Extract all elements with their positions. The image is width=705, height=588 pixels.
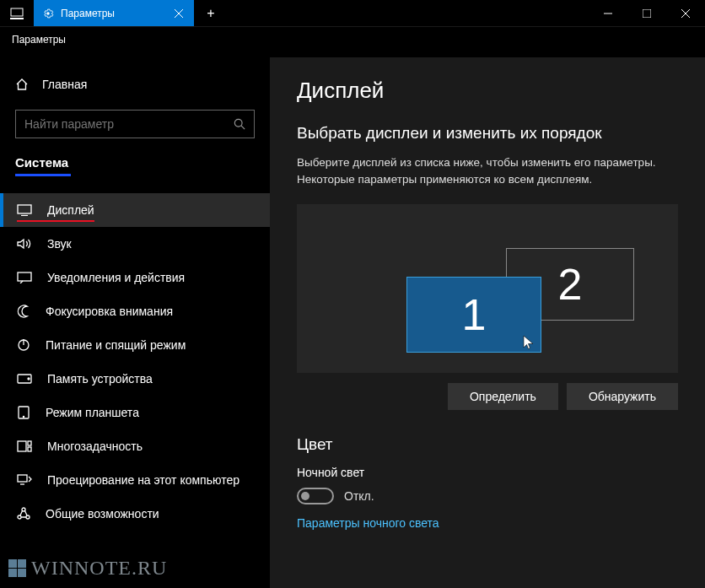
- svg-point-18: [23, 416, 24, 417]
- titlebar: Параметры +: [0, 0, 705, 27]
- sidebar-item-label: Общие возможности: [46, 507, 159, 521]
- svg-rect-21: [28, 447, 31, 451]
- sidebar: Главная Система Дисплей Звук Уведомления…: [0, 57, 270, 588]
- home-link[interactable]: Главная: [0, 69, 270, 100]
- svg-rect-12: [18, 272, 31, 281]
- sidebar-item-tablet[interactable]: Режим планшета: [0, 396, 270, 429]
- new-tab-button[interactable]: +: [194, 0, 228, 26]
- svg-point-25: [18, 515, 21, 519]
- sidebar-item-storage[interactable]: Память устройства: [0, 362, 270, 396]
- watermark-logo: [8, 559, 26, 577]
- tab-close-icon[interactable]: [172, 7, 186, 20]
- search-input[interactable]: [24, 117, 234, 131]
- sidebar-item-label: Звук: [47, 237, 72, 251]
- sidebar-item-display[interactable]: Дисплей: [0, 193, 270, 227]
- sidebar-item-focus[interactable]: Фокусировка внимания: [0, 294, 270, 328]
- color-section-title: Цвет: [297, 435, 678, 454]
- sidebar-item-power[interactable]: Питание и спящий режим: [0, 328, 270, 362]
- sidebar-item-projecting[interactable]: Проецирование на этот компьютер: [0, 463, 270, 497]
- svg-rect-20: [28, 441, 31, 445]
- page-title: Дисплей: [297, 78, 678, 104]
- sidebar-item-label: Уведомления и действия: [47, 271, 185, 284]
- storage-icon: [17, 374, 32, 384]
- night-light-settings-link[interactable]: Параметры ночного света: [297, 516, 678, 530]
- breadcrumb: Параметры: [0, 27, 705, 57]
- svg-point-26: [26, 515, 30, 519]
- svg-rect-0: [11, 8, 23, 16]
- notifications-icon: [17, 272, 32, 283]
- svg-line-9: [241, 126, 245, 129]
- close-button[interactable]: [666, 0, 705, 26]
- monitor-1[interactable]: 1: [406, 277, 541, 353]
- svg-point-8: [234, 119, 242, 127]
- arrange-description: Выберите дисплей из списка ниже, чтобы и…: [297, 154, 678, 189]
- search-box[interactable]: [15, 110, 255, 138]
- sidebar-item-label: Питание и спящий режим: [46, 338, 186, 352]
- sidebar-item-label: Фокусировка внимания: [46, 305, 173, 318]
- sidebar-item-label: Память устройства: [47, 372, 153, 386]
- display-icon: [17, 204, 32, 216]
- cursor-icon: [523, 335, 535, 350]
- svg-point-24: [22, 508, 25, 511]
- search-icon: [234, 118, 245, 130]
- home-label: Главная: [42, 78, 87, 91]
- sound-icon: [17, 237, 32, 251]
- sidebar-item-label: Многозадачность: [47, 440, 143, 453]
- multitasking-icon: [17, 440, 32, 452]
- svg-rect-19: [18, 441, 26, 451]
- shared-icon: [17, 507, 30, 521]
- gear-icon: [42, 8, 54, 19]
- sidebar-item-notifications[interactable]: Уведомления и действия: [0, 261, 270, 294]
- watermark-text: WINNOTE.RU: [31, 557, 167, 580]
- moon-icon: [17, 305, 30, 318]
- svg-rect-22: [18, 475, 27, 482]
- sidebar-item-label: Дисплей: [47, 203, 94, 217]
- display-arrangement-canvas[interactable]: 2 1: [297, 204, 678, 373]
- sidebar-item-shared[interactable]: Общие возможности: [0, 497, 270, 531]
- toggle-state-label: Откл.: [344, 489, 374, 503]
- svg-rect-1: [10, 18, 24, 19]
- sidebar-item-sound[interactable]: Звук: [0, 227, 270, 261]
- maximize-button[interactable]: [627, 0, 666, 26]
- sidebar-item-label: Режим планшета: [46, 406, 139, 419]
- sidebar-item-multitasking[interactable]: Многозадачность: [0, 429, 270, 463]
- home-icon: [15, 78, 29, 91]
- tablet-icon: [17, 406, 30, 419]
- svg-rect-10: [18, 205, 31, 213]
- taskview-icon[interactable]: [0, 0, 34, 26]
- tab-title: Параметры: [61, 8, 165, 19]
- svg-rect-5: [643, 9, 651, 18]
- watermark: WINNOTE.RU: [8, 557, 167, 580]
- sidebar-item-label: Проецирование на этот компьютер: [47, 473, 239, 487]
- night-light-label: Ночной свет: [297, 466, 678, 479]
- content-pane: Дисплей Выбрать дисплеи и изменить их по…: [270, 57, 705, 588]
- section-title: Система: [0, 155, 83, 173]
- svg-point-16: [28, 378, 30, 380]
- detect-button[interactable]: Обнаружить: [567, 383, 678, 410]
- projecting-icon: [17, 474, 32, 486]
- arrange-title: Выбрать дисплеи и изменить их порядок: [297, 124, 678, 143]
- identify-button[interactable]: Определить: [448, 383, 558, 410]
- active-tab[interactable]: Параметры: [34, 0, 194, 26]
- minimize-button[interactable]: [589, 0, 627, 26]
- night-light-toggle[interactable]: [297, 488, 334, 504]
- power-icon: [17, 338, 30, 352]
